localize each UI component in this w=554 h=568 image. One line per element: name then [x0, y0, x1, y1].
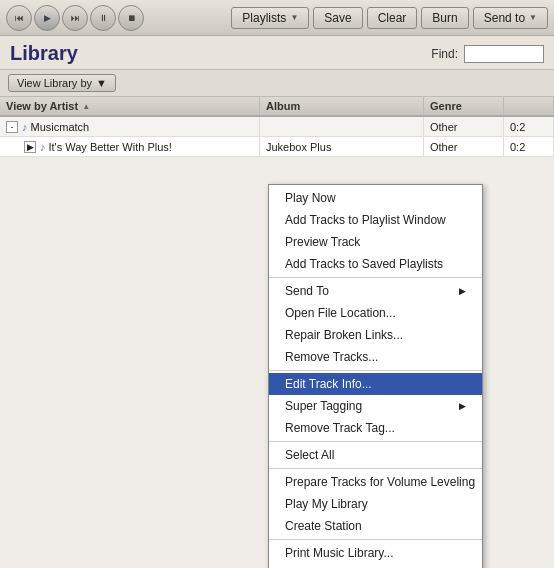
submenu-arrow-9: ▶ [459, 401, 466, 411]
genre-1: Other [430, 121, 458, 133]
menu-item-16[interactable]: Library Properties... [269, 564, 482, 568]
td-artist-1: - ♪ Musicmatch [0, 117, 260, 136]
menu-item-label-15: Print Music Library... [285, 546, 393, 560]
menu-separator-11 [269, 468, 482, 469]
menu-item-label-7: Remove Tracks... [285, 350, 378, 364]
view-library-label: View Library by [17, 77, 92, 89]
menu-item-6[interactable]: Repair Broken Links... [269, 324, 482, 346]
td-album-2: Jukebox Plus [260, 137, 424, 156]
menu-separator-3 [269, 277, 482, 278]
save-button[interactable]: Save [313, 7, 362, 29]
playlists-button[interactable]: Playlists ▼ [231, 7, 309, 29]
menu-item-label-4: Send To [285, 284, 329, 298]
menu-item-label-6: Repair Broken Links... [285, 328, 403, 342]
clear-button[interactable]: Clear [367, 7, 418, 29]
th-time [504, 97, 554, 115]
expand-icon-2[interactable]: ▶ [24, 141, 36, 153]
time-2: 0:2 [510, 141, 525, 153]
th-genre: Genre [424, 97, 504, 115]
find-input[interactable] [464, 45, 544, 63]
td-time-2: 0:2 [504, 137, 554, 156]
stop-button[interactable]: ⏹ [118, 5, 144, 31]
menu-item-9[interactable]: Super Tagging▶ [269, 395, 482, 417]
menu-item-12[interactable]: Prepare Tracks for Volume Leveling [269, 471, 482, 493]
menu-item-3[interactable]: Add Tracks to Saved Playlists [269, 253, 482, 275]
artist-name-1: Musicmatch [31, 121, 90, 133]
td-genre-1: Other [424, 117, 504, 136]
album-name-2: Jukebox Plus [266, 141, 331, 153]
burn-button[interactable]: Burn [421, 7, 468, 29]
menu-item-label-9: Super Tagging [285, 399, 362, 413]
menu-item-0[interactable]: Play Now [269, 187, 482, 209]
td-album-1 [260, 117, 424, 136]
view-library-button[interactable]: View Library by ▼ [8, 74, 116, 92]
menu-item-13[interactable]: Play My Library [269, 493, 482, 515]
td-time-1: 0:2 [504, 117, 554, 136]
menu-item-2[interactable]: Preview Track [269, 231, 482, 253]
menu-item-10[interactable]: Remove Track Tag... [269, 417, 482, 439]
view-library-bar: View Library by ▼ [0, 70, 554, 97]
th-genre-label: Genre [430, 100, 462, 112]
pause-button[interactable]: ⏸ [90, 5, 116, 31]
playlists-label: Playlists [242, 11, 286, 25]
menu-item-label-0: Play Now [285, 191, 336, 205]
playlists-dropdown-arrow: ▼ [290, 13, 298, 22]
menu-item-label-3: Add Tracks to Saved Playlists [285, 257, 443, 271]
note-icon-2: ♪ [40, 141, 46, 153]
menu-item-8[interactable]: Edit Track Info... [269, 373, 482, 395]
menu-item-11[interactable]: Select All [269, 444, 482, 466]
menu-item-label-12: Prepare Tracks for Volume Leveling [285, 475, 475, 489]
td-artist-2: ▶ ♪ It's Way Better With Plus! [0, 137, 260, 156]
sort-icon: ▲ [82, 102, 90, 111]
menu-item-label-10: Remove Track Tag... [285, 421, 395, 435]
menu-item-label-2: Preview Track [285, 235, 360, 249]
td-genre-2: Other [424, 137, 504, 156]
library-table: View by Artist ▲ Album Genre - ♪ Musicma… [0, 97, 554, 157]
menu-item-4[interactable]: Send To▶ [269, 280, 482, 302]
send-to-label: Send to [484, 11, 525, 25]
menu-item-label-11: Select All [285, 448, 334, 462]
menu-item-label-8: Edit Track Info... [285, 377, 372, 391]
menu-item-label-13: Play My Library [285, 497, 368, 511]
menu-item-14[interactable]: Create Station [269, 515, 482, 537]
menu-item-7[interactable]: Remove Tracks... [269, 346, 482, 368]
save-label: Save [324, 11, 351, 25]
th-artist-label: View by Artist [6, 100, 78, 112]
view-library-arrow: ▼ [96, 77, 107, 89]
library-title: Library [10, 42, 78, 65]
burn-label: Burn [432, 11, 457, 25]
send-to-button[interactable]: Send to ▼ [473, 7, 548, 29]
context-menu: Play NowAdd Tracks to Playlist WindowPre… [268, 184, 483, 568]
menu-item-label-1: Add Tracks to Playlist Window [285, 213, 446, 227]
time-1: 0:2 [510, 121, 525, 133]
artist-name-2: It's Way Better With Plus! [49, 141, 172, 153]
menu-item-label-14: Create Station [285, 519, 362, 533]
menu-separator-14 [269, 539, 482, 540]
transport-controls: ⏮ ▶ ⏭ ⏸ ⏹ [6, 5, 144, 31]
play-button[interactable]: ▶ [34, 5, 60, 31]
table-row[interactable]: ▶ ♪ It's Way Better With Plus! Jukebox P… [0, 137, 554, 157]
genre-2: Other [430, 141, 458, 153]
menu-separator-7 [269, 370, 482, 371]
library-header: Library Find: [0, 36, 554, 70]
find-area: Find: [431, 45, 544, 63]
toolbar: ⏮ ▶ ⏭ ⏸ ⏹ Playlists ▼ Save Clear Burn Se… [0, 0, 554, 36]
find-label: Find: [431, 47, 458, 61]
main-area: Library Find: View Library by ▼ View by … [0, 36, 554, 568]
expand-icon-1[interactable]: - [6, 121, 18, 133]
clear-label: Clear [378, 11, 407, 25]
table-header: View by Artist ▲ Album Genre [0, 97, 554, 117]
th-album-label: Album [266, 100, 300, 112]
menu-item-label-5: Open File Location... [285, 306, 396, 320]
send-to-dropdown-arrow: ▼ [529, 13, 537, 22]
menu-item-15[interactable]: Print Music Library... [269, 542, 482, 564]
menu-item-1[interactable]: Add Tracks to Playlist Window [269, 209, 482, 231]
note-icon-1: ♪ [22, 121, 28, 133]
menu-separator-10 [269, 441, 482, 442]
th-artist: View by Artist ▲ [0, 97, 260, 115]
next-button[interactable]: ⏭ [62, 5, 88, 31]
menu-item-5[interactable]: Open File Location... [269, 302, 482, 324]
prev-button[interactable]: ⏮ [6, 5, 32, 31]
th-album: Album [260, 97, 424, 115]
table-row[interactable]: - ♪ Musicmatch Other 0:2 [0, 117, 554, 137]
